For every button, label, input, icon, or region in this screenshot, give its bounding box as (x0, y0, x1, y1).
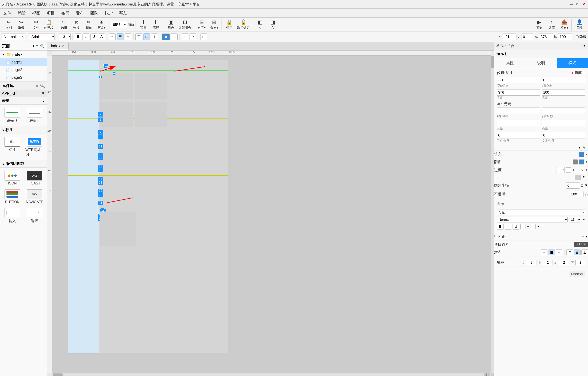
fill-color-box[interactable] (579, 152, 584, 157)
align-bottom-text-button[interactable]: ⊥ (151, 33, 158, 40)
page-folder-index[interactable]: ▼ 📁 index (0, 51, 47, 58)
arrow-style-button[interactable]: → (190, 33, 196, 40)
comp-section-form[interactable]: 表单 ∨ (0, 97, 47, 104)
comp-item-icon[interactable]: ICON (2, 170, 23, 187)
align-middle-right-btn[interactable]: ⊟ (574, 250, 581, 255)
border-extra-box[interactable] (575, 175, 581, 180)
h-scrollbar-thumb[interactable] (53, 374, 63, 376)
align-center-text-button[interactable]: ☰ (117, 33, 123, 40)
comp-item-select[interactable]: ▼ 选择 (24, 207, 45, 224)
select-button[interactable]: ↖ 选择 (58, 18, 70, 31)
shadow-color-box[interactable] (573, 159, 578, 165)
menu-view[interactable]: 视图 (31, 10, 42, 17)
format-style-select[interactable]: Normal (1, 33, 25, 40)
comp-section-label[interactable]: ∨ 标注 (0, 126, 47, 134)
tab-properties[interactable]: 属性 (494, 58, 525, 68)
handle-tl[interactable] (104, 64, 106, 66)
ew-coord-input[interactable] (497, 120, 540, 126)
tab-description[interactable]: 说明 (525, 58, 557, 68)
border-color-button[interactable]: □ (171, 33, 178, 40)
unlock-button[interactable]: 🔓 取消锁定 (236, 18, 251, 31)
comp-item-form3[interactable]: 表单-3 (2, 106, 23, 124)
menu-publish[interactable]: 发布 (75, 10, 85, 17)
pages-search-icon[interactable]: 🔍 (40, 44, 45, 49)
comp-item-web[interactable]: WEB WEB页标识 (24, 136, 45, 158)
more-button[interactable]: ⊞ 更多▾ (96, 18, 107, 31)
fill-color-button[interactable]: ■ (162, 33, 170, 40)
ex-coord-input[interactable] (497, 107, 540, 114)
pen-button[interactable]: ✏ 钢笔 (83, 18, 95, 31)
border-dropdown-icon[interactable]: ▼ (572, 168, 575, 172)
pad-right-input[interactable] (559, 260, 569, 265)
underline-button[interactable]: U (90, 33, 97, 40)
page-item-page3[interactable]: 📄 page3 (0, 74, 47, 81)
font-size-right-select[interactable]: 13 (569, 217, 581, 222)
element-angle-input[interactable] (497, 132, 540, 138)
radius-dropdown-icon[interactable]: ▼ (584, 183, 588, 188)
x-input[interactable] (503, 33, 516, 40)
comp-menu-icon[interactable]: ≡ (36, 84, 38, 88)
comp-item-input[interactable]: 输入 (2, 207, 23, 224)
comp-item-toast[interactable]: TOAST TOAST (24, 170, 45, 187)
radius-input[interactable] (566, 182, 580, 188)
zoom-select[interactable]: 65% 100% 50% (111, 21, 127, 28)
italic-right-button[interactable]: I (505, 224, 511, 230)
handle-tr[interactable] (106, 64, 108, 66)
font-size-select[interactable]: 13 (59, 33, 71, 40)
border-side-dropdown-icon[interactable]: ▼ (585, 168, 588, 172)
align-right-right-btn[interactable]: ≡ (556, 250, 562, 255)
bold-right-button[interactable]: B (497, 224, 503, 230)
h-coord-input[interactable] (542, 89, 586, 95)
font-color-button[interactable]: A (98, 33, 105, 40)
selection-dot-bottom[interactable] (101, 208, 104, 210)
align-top-right-btn[interactable]: ⊤ (567, 250, 573, 255)
dropdown-icon[interactable]: ▼ (578, 146, 581, 150)
pad-top-input[interactable] (543, 260, 553, 265)
page-item-page2[interactable]: 📄 page2 (0, 66, 47, 74)
page-item-page1[interactable]: 📄 page1 (0, 58, 47, 66)
hide-checkbox-right[interactable] (583, 72, 585, 74)
y-coord-input[interactable] (542, 77, 586, 83)
align-left-right-btn[interactable]: ≡ (541, 250, 547, 255)
shadow-color-box2[interactable] (579, 159, 584, 165)
shadow-dropdown-icon[interactable]: ▼ (585, 160, 588, 164)
border-side-select[interactable]: □ (576, 167, 584, 173)
bottom-layer-button[interactable]: ⬇ 底层 (150, 18, 162, 31)
menu-edit[interactable]: 编辑 (16, 10, 27, 17)
italic-button[interactable]: I (83, 33, 89, 40)
text-angle-input[interactable] (542, 132, 586, 138)
align-bottom-right-btn[interactable]: ⊥ (581, 250, 588, 255)
comp-section-wechat[interactable]: ∨ 微信UI规范 (0, 160, 47, 168)
hide-checkbox[interactable] (576, 35, 578, 38)
minimize-button[interactable]: — (569, 2, 574, 7)
font-family-right-select[interactable]: Arial (497, 209, 585, 215)
grid-bottom-left[interactable] (100, 102, 133, 127)
align-left-text-button[interactable]: ≡ (109, 33, 116, 40)
y-input[interactable] (522, 33, 533, 40)
menu-team[interactable]: 团队 (89, 10, 100, 17)
grid-top-right[interactable] (135, 73, 167, 99)
bold-button[interactable]: B (75, 33, 81, 40)
line-height-dropdown-icon[interactable]: ▼ (585, 235, 588, 238)
font-size-dropdown-icon[interactable]: ▼ (583, 218, 585, 221)
font-family-select[interactable]: Arial (29, 33, 55, 40)
menu-project[interactable]: 项目 (45, 10, 56, 17)
align-right-text-button[interactable]: ≡ (125, 33, 131, 40)
comp-item-button[interactable]: BUTTON (2, 188, 23, 205)
share-button[interactable]: ↑ 共享 (546, 18, 558, 31)
lock-button[interactable]: 🔒 锁定 (224, 18, 235, 31)
menu-layout[interactable]: 布局 (60, 10, 71, 17)
v-scrollbar-thumb[interactable] (491, 56, 494, 68)
handle-left-mid[interactable] (99, 76, 102, 78)
pages-add-icon[interactable]: + (32, 44, 35, 49)
border-extra-dropdown[interactable]: ▼ (582, 175, 585, 180)
align-right-button[interactable]: ◨ 右 (267, 18, 278, 31)
grid-top-left[interactable] (100, 73, 133, 99)
comp-item-form4[interactable]: 表单-4 (24, 106, 45, 124)
comp-item-label[interactable]: 标注 标注 (2, 136, 23, 158)
comp-item-navigate[interactable]: NAV NAVIGATE (24, 188, 45, 205)
align-center-right-btn[interactable]: ☰ (548, 250, 555, 255)
font-color-right-box[interactable] (520, 224, 525, 229)
w-input[interactable] (539, 33, 553, 40)
vertical-scrollbar[interactable] (491, 56, 494, 373)
